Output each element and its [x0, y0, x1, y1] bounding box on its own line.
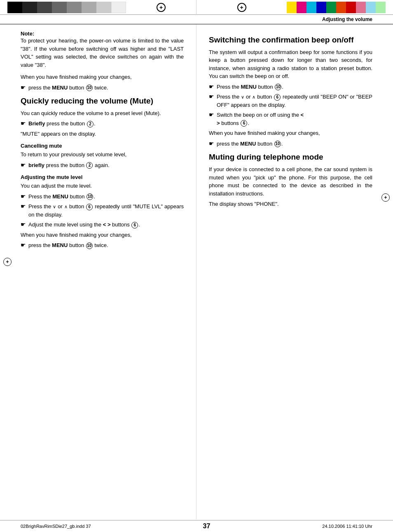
when-finished-r: When you have finished making your chang…	[209, 129, 372, 137]
bullet-arrow-1: ☛	[21, 84, 26, 91]
cancelling-text: To return to your previously set volume …	[21, 151, 184, 159]
press-menu-left1-text: Press the MENU button 10.	[28, 193, 95, 201]
note-body: To protect your hearing, the power-on vo…	[21, 37, 184, 69]
when-finished2: When you have finished making your chang…	[21, 231, 184, 239]
swatch-gray3	[67, 2, 82, 13]
press-menu-left1: ☛ Press the MENU button 10.	[21, 193, 184, 201]
note-label: Note:	[21, 31, 184, 37]
swatch-gray1	[37, 2, 52, 13]
section2-intro: The system will output a confirmation be…	[209, 48, 372, 80]
bottom-left-text: 02BrighRavRimSDie27_gb.indd 37	[21, 524, 91, 529]
swatch-lt-cyan	[366, 2, 376, 13]
up-arrow-r-icon: ∧	[252, 95, 255, 100]
page-header-title: Adjusting the volume	[196, 15, 393, 24]
section3-text2: The display shows "PHONE".	[209, 200, 372, 208]
swatch-cyan	[306, 2, 316, 13]
bullet-arrow-r3: ☛	[209, 111, 214, 118]
bullet-arrow-4: ☛	[21, 193, 26, 200]
press-menu2-text: press the MENU button 10 twice.	[28, 241, 108, 250]
press-menu-r2-text: press the MENU button 10.	[217, 140, 283, 148]
bullet-arrow-3: ☛	[21, 162, 26, 168]
section3-text1: If your device is connected to a cell ph…	[209, 165, 372, 198]
left-margin-mark	[0, 0, 7, 15]
adjust-item: ☛ Adjust the mute level using the < > bu…	[21, 221, 184, 229]
swatch-yellow	[287, 2, 297, 13]
adjust-text: Adjust the mute level using the < > butt…	[28, 221, 140, 229]
swatch-green	[326, 2, 336, 13]
press-vol-r-text: Press the ∨ or ∧ button 6 repeatedly unt…	[217, 93, 372, 109]
briefly2-item: ☛ briefly press the button 2 again.	[21, 161, 184, 169]
switch-beep-item: ☛ Switch the beep on or off using the <>…	[209, 111, 372, 127]
swatch-blue	[316, 2, 326, 13]
up-arrow-icon: ∧	[64, 205, 68, 210]
section2-title: Switching the confirmation beep on/off	[209, 35, 372, 45]
bullet-arrow-5: ☛	[21, 203, 26, 210]
briefly2-text: briefly press the button 2 again.	[28, 161, 110, 169]
section1-title: Quickly reducing the volume (Mute)	[21, 97, 184, 106]
swatch-orange	[336, 2, 346, 13]
left-column: Note: To protect your hearing, the power…	[0, 24, 196, 519]
swatch-darkgray	[22, 2, 37, 13]
page-number: 37	[203, 523, 211, 530]
when-finished-text: When you have finished making your chang…	[21, 73, 184, 81]
section1-intro: You can quickly reduce the volume to a p…	[21, 109, 184, 118]
cancelling-title: Cancelling mute	[21, 143, 184, 149]
press-menu-r1-text: Press the MENU button 10.	[217, 83, 283, 91]
adjusting-title: Adjusting the mute level	[21, 174, 184, 180]
crosshair-icon-right: +	[237, 3, 246, 12]
crosshair-center: +	[126, 3, 196, 12]
bullet-arrow-6: ☛	[21, 221, 26, 228]
right-arrow-r: >	[217, 120, 220, 126]
press-menu-twice-item: ☛ press the MENU button 10 twice.	[21, 84, 184, 92]
bullet-arrow-2: ☛	[21, 120, 26, 127]
right-column: ENGLISH Switching the confirmation beep …	[196, 24, 393, 519]
bottom-right-text: 24.10.2006 11:41:10 Uhr	[322, 524, 372, 529]
main-content: + + Note: To protect your hearing, the p…	[0, 24, 393, 519]
press-vol-text: Press the ∨ or ∧ button 6 repeatedly unt…	[28, 202, 184, 219]
press-vol-item: ☛ Press the ∨ or ∧ button 6 repeatedly u…	[21, 202, 184, 219]
press-menu-r1: ☛ Press the MENU button 10.	[209, 83, 372, 91]
top-color-bar: + +	[0, 0, 393, 15]
switch-beep-text: Switch the beep on or off using the <> b…	[217, 111, 304, 127]
swatch-lt-green	[376, 2, 386, 13]
swatch-magenta	[297, 2, 306, 13]
grayscale-swatches	[7, 2, 126, 13]
adjusting-intro: You can adjust the mute level.	[21, 182, 184, 190]
press-menu-r2: ☛ press the MENU button 10.	[209, 140, 372, 148]
bullet-arrow-7: ☛	[21, 242, 26, 248]
press-menu2-item: ☛ press the MENU button 10 twice.	[21, 241, 184, 250]
bullet-arrow-r1: ☛	[209, 83, 214, 90]
swatch-gray4	[82, 2, 96, 13]
swatch-pink	[356, 2, 366, 13]
crosshair-left-margin: +	[3, 258, 12, 266]
lr-arrows: < >	[103, 221, 111, 228]
bullet-arrow-r2: ☛	[209, 93, 214, 100]
swatch-gray2	[52, 2, 67, 13]
swatch-red	[346, 2, 356, 13]
briefly-text: Briefly press the button 2.	[28, 120, 96, 128]
lr-arrows-r: <	[301, 112, 304, 118]
bottom-bar: 02BrighRavRimSDie27_gb.indd 37 37 24.10.…	[0, 520, 393, 532]
color-swatches	[287, 2, 386, 13]
press-menu-twice-text: press the MENU button 10 twice.	[28, 84, 108, 92]
note-section: Note: To protect your hearing, the power…	[21, 31, 184, 69]
crosshair-center-right: +	[196, 3, 287, 12]
swatch-white	[111, 2, 126, 13]
swatch-gray5	[96, 2, 111, 13]
bullet-arrow-r4: ☛	[209, 140, 214, 147]
crosshair-icon: +	[157, 3, 166, 12]
down-arrow-r-icon: ∨	[241, 95, 244, 100]
press-vol-r: ☛ Press the ∨ or ∧ button 6 repeatedly u…	[209, 93, 372, 109]
crosshair-left-icon: +	[3, 258, 12, 266]
down-arrow-icon: ∨	[53, 205, 56, 210]
section3-title: Muting during telephone mode	[209, 153, 372, 162]
briefly-item: ☛ Briefly press the button 2.	[21, 120, 184, 128]
swatch-black	[7, 2, 22, 13]
header-left	[0, 21, 196, 24]
page-header-row: Adjusting the volume	[0, 15, 393, 24]
mute-appears: "MUTE" appears on the display.	[21, 130, 184, 138]
